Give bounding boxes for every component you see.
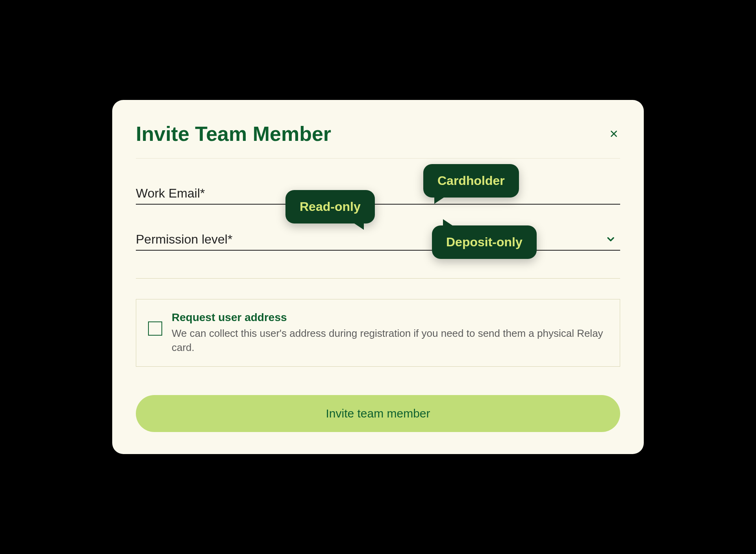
permission-field-wrapper: Permission level* xyxy=(136,232,620,251)
email-field-wrapper: Work Email* xyxy=(136,186,620,205)
email-field-label: Work Email* xyxy=(136,186,620,201)
invite-submit-button[interactable]: Invite team member xyxy=(136,395,620,432)
callout-content: Request user address We can collect this… xyxy=(172,311,608,355)
permission-select[interactable] xyxy=(136,250,620,251)
close-icon xyxy=(609,129,619,139)
form-section: Work Email* Permission level* Request us… xyxy=(136,159,620,432)
modal-title: Invite Team Member xyxy=(136,122,331,146)
permission-field-label: Permission level* xyxy=(136,232,620,247)
bubble-tail xyxy=(443,219,457,229)
divider xyxy=(136,278,620,279)
bubble-label: Cardholder xyxy=(437,174,505,188)
email-field[interactable] xyxy=(136,204,620,205)
invite-modal: Invite Team Member Work Email* Permissio… xyxy=(112,100,644,454)
chevron-down-icon xyxy=(605,234,616,246)
bubble-tail xyxy=(350,220,364,230)
request-address-checkbox[interactable] xyxy=(148,321,162,336)
callout-title: Request user address xyxy=(172,311,608,324)
callout-description: We can collect this user's address durin… xyxy=(172,326,608,355)
permission-option-bubbles: Cardholder Read-only Deposit-only xyxy=(285,164,569,274)
request-address-callout: Request user address We can collect this… xyxy=(136,299,620,367)
close-button[interactable] xyxy=(608,127,620,140)
modal-header: Invite Team Member xyxy=(136,122,620,159)
